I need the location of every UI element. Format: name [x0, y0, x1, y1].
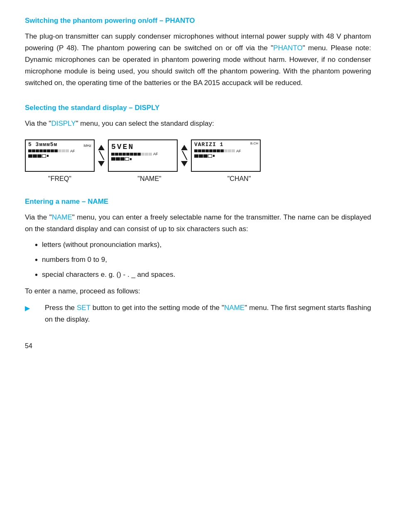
- name-af-seg-6: [130, 153, 133, 156]
- name-af-bar: [111, 153, 152, 156]
- bullet-item-2: • numbers from 0 to 9,: [35, 254, 371, 266]
- chan-af-seg-3: [202, 149, 205, 152]
- freq-display-box: 5 3ммм5м MHz: [25, 139, 95, 172]
- name-af-row: AF: [111, 152, 174, 156]
- arrow-text-mid: button to get into the setting mode of t…: [90, 304, 224, 312]
- chan-label: "CHAN": [204, 175, 274, 183]
- name-batt-empty-1: [125, 157, 129, 161]
- name-af-seg-5: [126, 153, 130, 156]
- chan-battery-row: [194, 154, 257, 158]
- batt-seg-2: [33, 154, 37, 158]
- chan-display-box: B.CH VARIZI 1: [191, 139, 261, 172]
- proceed-text: To enter a name, proceed as follows:: [25, 286, 371, 297]
- name-body: Via the "NAME" menu, you can enter a fre…: [25, 212, 371, 235]
- af-seg-3: [36, 149, 39, 152]
- phantom-section: Switching the phantom powering on/off – …: [25, 17, 371, 89]
- name-af-label: AF: [153, 152, 158, 156]
- name-title: Entering a name – NAME: [25, 198, 371, 206]
- chan-batt-seg-3: [203, 154, 208, 158]
- down-arrow-icon: [98, 161, 105, 166]
- freq-mhz-label: MHz: [84, 144, 92, 148]
- chan-af-empty-1: [224, 149, 227, 152]
- chan-batt-seg-1: [194, 154, 198, 158]
- name-link: NAME: [52, 213, 72, 221]
- name-af-seg-7: [134, 153, 137, 156]
- chan-af-empty-3: [232, 149, 235, 152]
- af-seg-1: [28, 149, 32, 152]
- bullet-item-1: • letters (without pronounciation marks)…: [35, 239, 371, 251]
- af-seg-empty-2: [62, 149, 65, 152]
- phanto-link: PHANTO: [273, 44, 303, 52]
- af-seg-empty-1: [58, 149, 61, 152]
- name-text-2: " menu, you can enter a freely selectabl…: [25, 213, 371, 233]
- freq-name-arrow: ╲: [98, 145, 105, 166]
- bullet-dot-3: •: [35, 268, 38, 281]
- chan-af-seg-6: [213, 149, 216, 152]
- arrow-item-1: ▶ Press the SET button to get into the s…: [25, 302, 371, 325]
- chan-batt-tip-1: [213, 155, 215, 157]
- af-seg-2: [32, 149, 35, 152]
- batt-seg-3: [37, 154, 42, 158]
- chan-batt-seg-2: [199, 154, 203, 158]
- page-number: 54: [25, 342, 371, 350]
- freq-af-label: AF: [70, 149, 75, 153]
- display-body: Via the "DISPLY" menu, you can select th…: [25, 118, 371, 129]
- bullet-item-3: • special characters e. g. () - . _ and …: [35, 269, 371, 281]
- display-section: Selecting the standard display – DISPLY …: [25, 104, 371, 183]
- chan-af-seg-4: [205, 149, 209, 152]
- freq-label: "FREQ": [25, 175, 95, 183]
- chan-af-bar: [194, 149, 235, 152]
- freq-af-row: AF: [28, 149, 91, 153]
- batt-empty-1: [42, 154, 46, 158]
- page-content: Switching the phantom powering on/off – …: [25, 17, 371, 350]
- name-text-1: Via the ": [25, 213, 52, 221]
- chan-display-value: VARIZI 1: [194, 142, 223, 148]
- slash-icon-2: ╲: [182, 152, 187, 159]
- af-seg-5: [43, 149, 46, 152]
- phantom-title: Switching the phantom powering on/off – …: [25, 17, 371, 25]
- name-af-empty-3: [149, 153, 152, 156]
- chan-batt-empty-1: [208, 154, 212, 158]
- name-batt-seg-1: [111, 157, 115, 161]
- name-af-seg-8: [137, 153, 141, 156]
- name-battery-row: [111, 157, 174, 161]
- bullet-text-1: letters (without pronounciation marks),: [42, 239, 161, 250]
- display-text-2: " menu, you can select the standard disp…: [76, 120, 214, 127]
- af-seg-6: [47, 149, 50, 152]
- up-arrow-icon-2: [181, 145, 188, 150]
- af-seg-8: [54, 149, 58, 152]
- name-af-empty-2: [145, 153, 148, 156]
- arrow-right-icon: ▶: [25, 303, 30, 314]
- up-arrow-icon: [98, 145, 105, 150]
- bch-label: B.CH: [250, 142, 258, 145]
- bullet-text-3: special characters e. g. () - . _ and sp…: [42, 269, 175, 280]
- name-af-empty-1: [141, 153, 144, 156]
- bullet-dot-1: •: [35, 238, 38, 251]
- display-title: Selecting the standard display – DISPLY: [25, 104, 371, 112]
- display-text-1: Via the ": [25, 120, 51, 127]
- chan-af-row: AF: [194, 149, 257, 153]
- af-seg-4: [39, 149, 43, 152]
- name-label: "NAME": [115, 175, 184, 183]
- bullet-dot-2: •: [35, 253, 38, 266]
- display-labels-row: "FREQ" "NAME" "CHAN": [25, 175, 371, 183]
- name-af-seg-3: [119, 153, 122, 156]
- name-batt-seg-2: [116, 157, 120, 161]
- arrow-text-pre: Press the: [45, 304, 77, 312]
- name-af-seg-4: [122, 153, 126, 156]
- chan-af-label: AF: [236, 149, 241, 153]
- bullet-list: • letters (without pronounciation marks)…: [35, 239, 371, 281]
- phantom-body: The plug-on transmitter can supply conde…: [25, 31, 371, 89]
- set-link: SET: [77, 304, 90, 312]
- chan-af-seg-5: [209, 149, 213, 152]
- display-diagrams-row: 5 3ммм5м MHz: [25, 139, 371, 172]
- chan-af-seg-1: [194, 149, 198, 152]
- chan-af-empty-2: [228, 149, 231, 152]
- freq-af-bar: [28, 149, 69, 152]
- name-batt-seg-3: [120, 157, 125, 161]
- name-af-seg-1: [111, 153, 115, 156]
- batt-seg-1: [28, 154, 32, 158]
- name-link-2: NAME: [224, 304, 244, 312]
- name-display-value: 5VEN: [111, 143, 134, 151]
- down-arrow-icon-2: [181, 161, 188, 166]
